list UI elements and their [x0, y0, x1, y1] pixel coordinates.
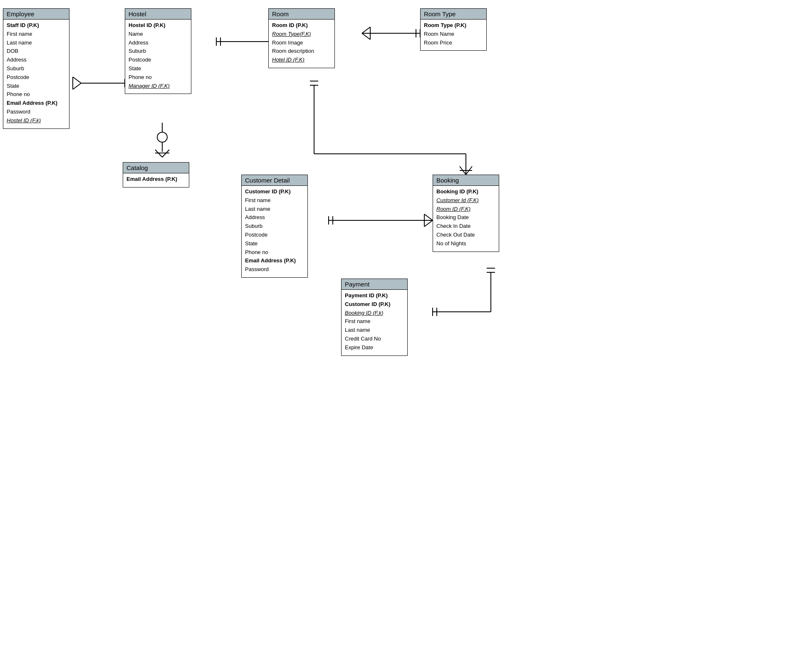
field-customerdetail-4: Suburb: [245, 222, 304, 231]
field-hostel-4: Postcode: [129, 56, 188, 64]
table-catalog-header: Catalog: [123, 163, 189, 173]
field-booking-4: Check In Date: [436, 222, 495, 231]
table-employee: EmployeeStaff ID (P.K)First nameLast nam…: [3, 8, 69, 129]
svg-line-35: [424, 220, 433, 227]
field-employee-10: Password: [7, 108, 66, 116]
field-customerdetail-9: Password: [245, 265, 304, 274]
svg-line-9: [162, 150, 169, 157]
field-payment-0: Payment ID (P.K): [345, 291, 404, 300]
svg-line-29: [466, 166, 472, 175]
field-employee-4: Address: [7, 56, 66, 64]
field-roomtype-1: Room Name: [424, 30, 483, 39]
field-payment-5: Credit Card No: [345, 335, 404, 343]
field-booking-2: Room ID (F.K): [436, 205, 495, 214]
table-hostel: HostelHostel ID (P.K)NameAddressSuburbPo…: [125, 8, 191, 94]
field-hostel-0: Hostel ID (P.K): [129, 21, 188, 30]
field-roomtype-2: Room Price: [424, 39, 483, 47]
svg-line-28: [460, 166, 466, 175]
svg-line-2: [73, 83, 81, 89]
field-payment-2: Booking ID (F.k): [345, 309, 404, 318]
field-employee-1: First name: [7, 30, 66, 39]
table-booking-header: Booking: [433, 175, 499, 186]
field-employee-11: Hostel ID (F.k): [7, 116, 66, 125]
field-room-3: Room description: [272, 47, 331, 56]
field-hostel-3: Suburb: [129, 47, 188, 56]
field-customerdetail-1: First name: [245, 196, 304, 205]
svg-line-34: [424, 214, 433, 220]
field-payment-6: Expire Date: [345, 343, 404, 352]
table-roomtype: Room TypeRoom Type (P.K)Room NameRoom Pr…: [420, 8, 487, 51]
table-room-body: Room ID (P.K)Room Type(F.K)Room ImageRoo…: [269, 20, 334, 68]
field-room-0: Room ID (P.K): [272, 21, 331, 30]
field-hostel-2: Address: [129, 39, 188, 47]
field-catalog-0: Email Address (P.K): [126, 175, 186, 184]
field-room-1: Room Type(F.K): [272, 30, 331, 39]
table-catalog-body: Email Address (P.K): [123, 173, 189, 187]
svg-line-20: [362, 27, 370, 33]
table-payment-header: Payment: [342, 279, 407, 290]
field-roomtype-0: Room Type (P.K): [424, 21, 483, 30]
field-employee-7: State: [7, 82, 66, 91]
field-employee-0: Staff ID (P.K): [7, 21, 66, 30]
field-customerdetail-2: Last name: [245, 205, 304, 214]
field-employee-8: Phone no: [7, 90, 66, 99]
svg-point-7: [157, 132, 167, 142]
field-payment-3: First name: [345, 317, 404, 326]
table-customerdetail-header: Customer Detail: [242, 175, 307, 186]
table-employee-header: Employee: [3, 9, 69, 20]
field-employee-6: Postcode: [7, 73, 66, 82]
field-booking-0: Booking ID (P.K): [436, 188, 495, 196]
field-booking-1: Customer Id (F.K): [436, 196, 495, 205]
table-payment: PaymentPayment ID (P.K)Customer ID (P.K)…: [341, 279, 408, 356]
field-customerdetail-5: Postcode: [245, 231, 304, 239]
table-booking-body: Booking ID (P.K)Customer Id (F.K)Room ID…: [433, 186, 499, 252]
field-customerdetail-7: Phone no: [245, 248, 304, 257]
field-hostel-6: Phone no: [129, 73, 188, 82]
field-room-4: Hotel ID (F.K): [272, 56, 331, 64]
field-employee-9: Email Address (P.K): [7, 99, 66, 108]
field-hostel-5: State: [129, 64, 188, 73]
field-booking-6: No of Nights: [436, 239, 495, 248]
field-customerdetail-3: Address: [245, 213, 304, 222]
field-customerdetail-0: Customer ID (P.K): [245, 188, 304, 196]
field-customerdetail-8: Email Address (P.K): [245, 257, 304, 265]
field-customerdetail-6: State: [245, 239, 304, 248]
svg-line-21: [362, 33, 370, 39]
field-booking-3: Booking Date: [436, 213, 495, 222]
table-room: RoomRoom ID (P.K)Room Type(F.K)Room Imag…: [268, 8, 335, 68]
field-hostel-1: Name: [129, 30, 188, 39]
field-employee-3: DOB: [7, 47, 66, 56]
field-hostel-7: Manager ID (F.K): [129, 82, 188, 91]
table-customerdetail: Customer DetailCustomer ID (P.K)First na…: [241, 175, 308, 278]
field-employee-5: Suburb: [7, 64, 66, 73]
table-employee-body: Staff ID (P.K)First nameLast nameDOBAddr…: [3, 20, 69, 128]
field-employee-2: Last name: [7, 39, 66, 47]
table-hostel-header: Hostel: [125, 9, 191, 20]
table-customerdetail-body: Customer ID (P.K)First nameLast nameAddr…: [242, 186, 307, 277]
table-room-header: Room: [269, 9, 334, 20]
field-payment-1: Customer ID (P.K): [345, 300, 404, 309]
table-roomtype-body: Room Type (P.K)Room NameRoom Price: [421, 20, 486, 50]
table-payment-body: Payment ID (P.K)Customer ID (P.K)Booking…: [342, 290, 407, 355]
table-hostel-body: Hostel ID (P.K)NameAddressSuburbPostcode…: [125, 20, 191, 94]
table-catalog: CatalogEmail Address (P.K): [123, 162, 189, 188]
table-roomtype-header: Room Type: [421, 9, 486, 20]
field-booking-5: Check Out Date: [436, 231, 495, 239]
field-payment-4: Last name: [345, 326, 404, 335]
table-booking: BookingBooking ID (P.K)Customer Id (F.K)…: [433, 175, 499, 252]
field-room-2: Room Image: [272, 39, 331, 47]
svg-line-8: [155, 150, 162, 157]
svg-line-1: [73, 77, 81, 83]
